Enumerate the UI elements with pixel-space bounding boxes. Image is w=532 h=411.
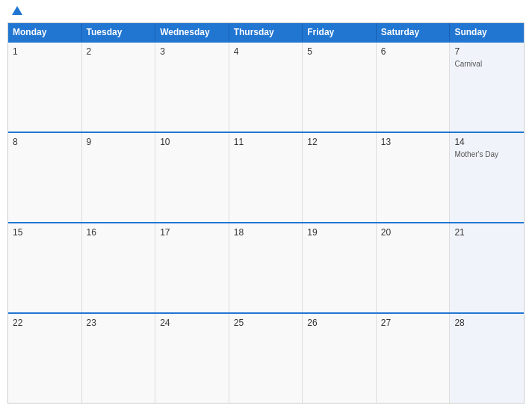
calendar-cell-20: 20 [377,223,451,312]
calendar-cell-5: 5 [303,43,377,132]
calendar-cell-17: 17 [155,223,229,312]
date-number: 18 [234,227,298,238]
date-number: 6 [381,46,445,57]
date-number: 4 [234,46,298,57]
date-number: 21 [454,227,519,238]
date-number: 9 [87,137,151,147]
calendar-cell-11: 11 [229,133,303,222]
date-number: 2 [87,46,151,57]
days-header: MondayTuesdayWednesdayThursdayFridaySatu… [8,23,524,41]
calendar-cell-9: 9 [82,133,156,222]
day-header-sunday: Sunday [450,23,524,41]
calendar-cell-1: 1 [8,43,82,132]
date-number: 16 [87,227,151,238]
date-number: 12 [307,137,371,147]
calendar-cell-10: 10 [155,133,229,222]
date-number: 27 [381,318,445,328]
calendar-cell-7: 7Carnival [450,43,524,132]
calendar-cell-25: 25 [229,314,303,403]
day-header-monday: Monday [8,23,82,41]
calendar-cell-4: 4 [229,43,303,132]
date-number: 28 [454,318,519,328]
calendar-cell-28: 28 [450,314,524,403]
calendar-cell-6: 6 [377,43,451,132]
date-number: 3 [160,46,224,57]
week-row-2: 891011121314Mother's Day [8,132,524,222]
calendar-cell-18: 18 [229,223,303,312]
logo [10,7,22,16]
calendar-cell-22: 22 [8,314,82,403]
page: MondayTuesdayWednesdayThursdayFridaySatu… [0,0,532,411]
calendar-cell-8: 8 [8,133,82,222]
date-number: 14 [454,137,519,147]
calendar-cell-3: 3 [155,43,229,132]
date-number: 22 [13,318,77,328]
date-number: 8 [13,137,77,147]
logo-triangle-icon [12,6,22,15]
calendar-cell-16: 16 [82,223,156,312]
date-number: 11 [234,137,298,147]
weeks-container: 1234567Carnival891011121314Mother's Day1… [8,41,524,403]
date-number: 23 [87,318,151,328]
date-number: 15 [13,227,77,238]
calendar-cell-15: 15 [8,223,82,312]
week-row-3: 15161718192021 [8,222,524,312]
calendar-cell-21: 21 [450,223,524,312]
date-number: 10 [160,137,224,147]
day-header-saturday: Saturday [377,23,451,41]
date-number: 13 [381,137,445,147]
calendar-cell-27: 27 [377,314,451,403]
date-number: 19 [307,227,371,238]
cell-event: Carnival [454,60,519,68]
calendar-cell-24: 24 [155,314,229,403]
day-header-wednesday: Wednesday [155,23,229,41]
calendar: MondayTuesdayWednesdayThursdayFridaySatu… [7,22,525,404]
calendar-cell-2: 2 [82,43,156,132]
week-row-4: 22232425262728 [8,312,524,403]
date-number: 26 [307,318,371,328]
day-header-thursday: Thursday [229,23,303,41]
calendar-cell-12: 12 [303,133,377,222]
day-header-tuesday: Tuesday [82,23,156,41]
date-number: 17 [160,227,224,238]
date-number: 5 [307,46,371,57]
calendar-cell-26: 26 [303,314,377,403]
cell-event: Mother's Day [454,150,519,158]
calendar-cell-14: 14Mother's Day [450,133,524,222]
header [7,7,525,16]
calendar-cell-19: 19 [303,223,377,312]
calendar-cell-13: 13 [377,133,451,222]
date-number: 25 [234,318,298,328]
day-header-friday: Friday [303,23,377,41]
week-row-1: 1234567Carnival [8,41,524,132]
date-number: 7 [454,46,519,57]
date-number: 24 [160,318,224,328]
date-number: 1 [13,46,77,57]
date-number: 20 [381,227,445,238]
calendar-cell-23: 23 [82,314,156,403]
